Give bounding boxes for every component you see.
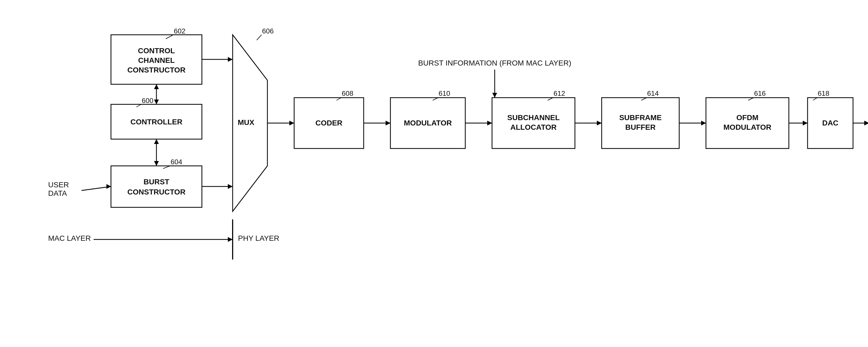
subframe-buffer-label2: BUFFER [625,123,656,132]
ref-618: 618 [818,89,829,97]
svg-marker-16 [487,121,492,125]
ref-600: 600 [142,96,153,105]
subchannel-allocator-label1: SUBCHANNEL [507,113,560,122]
subchannel-allocator-label2: ALLOCATOR [510,123,556,132]
svg-marker-26 [228,237,232,242]
modulator-label: MODULATOR [404,119,452,127]
ref-616: 616 [754,89,766,97]
svg-marker-13 [385,121,391,125]
svg-marker-15 [492,93,497,98]
svg-marker-11 [289,121,294,125]
ofdm-modulator-label2: MODULATOR [723,123,771,132]
ref-612: 612 [554,89,565,97]
subframe-buffer-label1: SUBFRAME [619,113,662,122]
control-channel-constructor-label3: CONSTRUCTOR [127,66,185,74]
user-data-label: USER [48,181,69,189]
ref-610: 610 [438,89,450,97]
svg-marker-20 [701,121,706,125]
svg-marker-5 [154,99,159,104]
svg-marker-6 [154,139,159,144]
controller-label: CONTROLLER [130,118,182,126]
svg-marker-4 [154,84,159,89]
svg-line-10 [257,35,261,40]
mac-layer-label: MAC LAYER [48,234,91,242]
burst-info-label: BURST INFORMATION (FROM MAC LAYER) [418,59,571,67]
ofdm-modulator-label1: OFDM [737,113,758,122]
ref-606: 606 [262,27,274,35]
svg-marker-8 [228,57,232,62]
mux-label: MUX [238,118,254,126]
dac-label: DAC [822,119,839,127]
user-data-label2: DATA [48,189,67,198]
phy-layer-label: PHY LAYER [238,234,279,242]
svg-marker-24 [864,121,868,125]
diagram-container: CONTROL CHANNEL CONSTRUCTOR 602 CONTROLL… [0,0,868,347]
control-channel-constructor-label2: CHANNEL [138,56,175,64]
coder-label: CODER [315,119,342,127]
user-data-arrow [106,184,111,189]
burst-constructor-box [111,166,202,207]
burst-constructor-label1: BURST [144,178,169,186]
svg-marker-18 [597,121,602,125]
svg-marker-7 [154,161,159,166]
burst-constructor-label2: CONSTRUCTOR [127,188,185,196]
ref-604: 604 [170,158,182,166]
ref-608: 608 [342,89,353,97]
control-channel-constructor-label1: CONTROL [138,47,175,55]
svg-marker-9 [228,184,232,189]
ref-602: 602 [174,27,185,35]
svg-marker-22 [803,121,808,125]
ref-614: 614 [647,89,659,97]
